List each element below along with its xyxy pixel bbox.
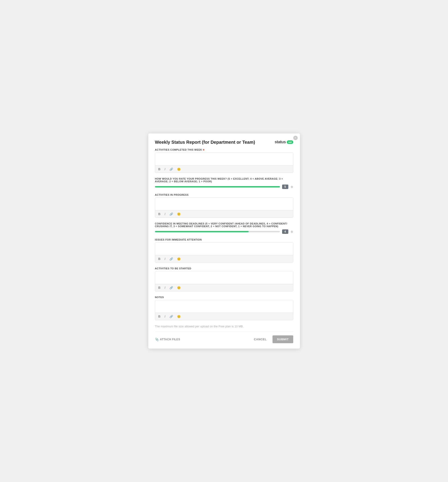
- activities-to-start-section: ACTIVITIES TO BE STARTED B I 🔗 🙂: [155, 267, 293, 291]
- activities-completed-label: ACTIVITIES COMPLETED THIS WEEK★: [155, 148, 293, 151]
- emoji-button-2[interactable]: 🙂: [176, 212, 181, 216]
- weekly-status-report-modal: × Weekly Status Report (for Department o…: [148, 133, 300, 349]
- confidence-section: CONFIDENCE IN MEETING DEADLINES (5 = VER…: [155, 222, 293, 234]
- emoji-button-1[interactable]: 🙂: [176, 167, 181, 171]
- progress-slider-fill: [155, 186, 280, 187]
- modal-title: Weekly Status Report (for Department or …: [155, 140, 255, 145]
- progress-slider-wrapper: 5 ⊗: [155, 185, 293, 189]
- bold-button-5[interactable]: B: [157, 314, 161, 319]
- bold-button-2[interactable]: B: [157, 212, 161, 216]
- paperclip-icon: 📎: [155, 338, 159, 341]
- confidence-slider-wrapper: 4 ⊗: [155, 229, 293, 234]
- activities-in-progress-editor: B I 🔗 🙂: [155, 198, 293, 218]
- close-button[interactable]: ×: [293, 136, 298, 140]
- confidence-slider-track: [155, 231, 280, 232]
- bold-button-1[interactable]: B: [157, 167, 161, 171]
- cancel-button[interactable]: CANCEL: [251, 336, 270, 343]
- notes-label: NOTES: [155, 296, 293, 298]
- italic-button-1[interactable]: I: [164, 167, 166, 171]
- activities-in-progress-input[interactable]: [155, 198, 293, 209]
- italic-button-3[interactable]: I: [164, 257, 166, 261]
- link-button-5[interactable]: 🔗: [169, 314, 174, 319]
- activities-to-start-input[interactable]: [155, 271, 293, 283]
- confidence-slider-value: 4: [282, 229, 288, 234]
- attach-files-button[interactable]: 📎 ATTACH FILES: [155, 338, 180, 341]
- confidence-slider-fill: [155, 231, 249, 232]
- activities-to-start-editor: B I 🔗 🙂: [155, 271, 293, 291]
- italic-button-4[interactable]: I: [164, 285, 166, 290]
- activities-in-progress-label: ACTIVITIES IN PROGRESS: [155, 193, 293, 196]
- issues-input[interactable]: [155, 242, 293, 254]
- footer-area: The maximum file size allowed per upload…: [155, 325, 293, 343]
- required-indicator: ★: [203, 148, 205, 151]
- activities-completed-editor: B I 🔗 🙂: [155, 153, 293, 173]
- activities-in-progress-section: ACTIVITIES IN PROGRESS B I 🔗 🙂: [155, 193, 293, 218]
- emoji-button-5[interactable]: 🙂: [176, 314, 181, 319]
- progress-rating-section: HOW WOULD YOU RATE YOUR PROGRESS THIS WE…: [155, 177, 293, 189]
- modal-header: Weekly Status Report (for Department or …: [155, 140, 293, 145]
- emoji-button-4[interactable]: 🙂: [176, 286, 181, 290]
- link-button-3[interactable]: 🔗: [169, 257, 174, 261]
- progress-slider-value: 5: [282, 185, 288, 189]
- modal-footer: 📎 ATTACH FILES CANCEL SUBMIT: [155, 332, 293, 343]
- confidence-slider-clear[interactable]: ⊗: [291, 230, 293, 233]
- activities-to-start-label: ACTIVITIES TO BE STARTED: [155, 267, 293, 270]
- submit-button[interactable]: SUBMIT: [273, 335, 293, 343]
- link-button-1[interactable]: 🔗: [169, 167, 174, 171]
- confidence-label: CONFIDENCE IN MEETING DEADLINES (5 = VER…: [155, 222, 293, 228]
- progress-slider-track: [155, 186, 280, 187]
- activities-to-start-toolbar: B I 🔗 🙂: [155, 284, 293, 291]
- activities-in-progress-toolbar: B I 🔗 🙂: [155, 210, 293, 217]
- notes-editor: B I 🔗 🙂: [155, 300, 293, 320]
- italic-button-5[interactable]: I: [164, 314, 166, 319]
- notes-input[interactable]: [155, 300, 293, 312]
- bold-button-3[interactable]: B: [157, 257, 161, 261]
- progress-slider-clear[interactable]: ⊗: [291, 185, 293, 189]
- bold-button-4[interactable]: B: [157, 285, 161, 290]
- notes-section: NOTES B I 🔗 🙂: [155, 296, 293, 320]
- notes-toolbar: B I 🔗 🙂: [155, 313, 293, 320]
- issues-section: ISSUES FOR IMMEDIATE ATTENTION B I 🔗 🙂: [155, 238, 293, 263]
- link-button-4[interactable]: 🔗: [169, 286, 174, 290]
- form-actions: CANCEL SUBMIT: [251, 335, 293, 343]
- issues-editor: B I 🔗 🙂: [155, 242, 293, 263]
- file-size-note: The maximum file size allowed per upload…: [155, 325, 293, 328]
- brand-name: status: [275, 140, 286, 144]
- link-button-2[interactable]: 🔗: [169, 212, 174, 216]
- activities-completed-section: ACTIVITIES COMPLETED THIS WEEK★ B I 🔗 🙂: [155, 148, 293, 173]
- emoji-button-3[interactable]: 🙂: [176, 257, 181, 261]
- progress-rating-label: HOW WOULD YOU RATE YOUR PROGRESS THIS WE…: [155, 177, 293, 183]
- issues-toolbar: B I 🔗 🙂: [155, 255, 293, 262]
- italic-button-2[interactable]: I: [164, 212, 166, 216]
- activities-completed-toolbar: B I 🔗 🙂: [155, 165, 293, 173]
- brand-badge: net: [287, 140, 293, 144]
- brand-logo: status net: [275, 140, 293, 144]
- issues-label: ISSUES FOR IMMEDIATE ATTENTION: [155, 238, 293, 241]
- activities-completed-input[interactable]: [155, 153, 293, 164]
